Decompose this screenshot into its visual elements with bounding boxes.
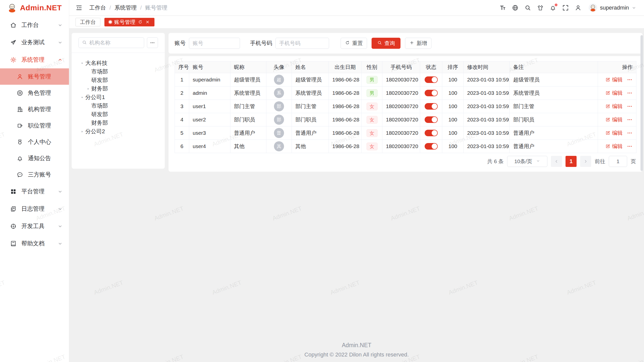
page-1-button[interactable]: 1 <box>566 156 577 167</box>
tab-workbench[interactable]: 工作台 <box>75 18 100 26</box>
tree-node[interactable]: 分公司1 <box>72 93 165 102</box>
table-row: 1superadmin超级管理员超超级管理员1986-06-28男1802003… <box>175 73 636 86</box>
tree-node[interactable]: 大名科技 <box>72 59 165 67</box>
edit-button[interactable]: 编辑 <box>605 89 623 97</box>
sidebar-item-personal-center[interactable]: 个人中心 <box>0 134 69 150</box>
add-button[interactable]: 新增 <box>405 38 431 49</box>
prev-page-button[interactable] <box>551 156 562 167</box>
edit-button[interactable]: 编辑 <box>605 129 623 137</box>
collapse-sidebar-icon[interactable] <box>75 4 83 12</box>
sidebar-item-workbench[interactable]: 工作台 <box>0 16 69 34</box>
theme-icon[interactable] <box>537 4 544 12</box>
tab-account-mgmt[interactable]: 账号管理 <box>104 18 154 26</box>
breadcrumb-item-account-mgmt: 账号管理 <box>145 4 167 12</box>
edit-button[interactable]: 编辑 <box>605 116 623 123</box>
tree-node[interactable]: 财务部 <box>72 84 165 93</box>
row-more-button[interactable] <box>627 77 633 83</box>
search-icon[interactable] <box>524 4 532 12</box>
status-toggle[interactable] <box>425 116 438 123</box>
breadcrumb-item-system-mgmt[interactable]: 系统管理 <box>114 4 137 12</box>
sidebar-item-system-mgmt[interactable]: 系统管理 <box>0 51 69 68</box>
chevron-down-icon <box>57 206 63 212</box>
scrollbar-thumb[interactable] <box>640 35 643 171</box>
refresh-tab-icon[interactable] <box>138 20 143 24</box>
breadcrumb-separator: / <box>140 5 142 11</box>
caret-down-icon[interactable] <box>79 61 85 66</box>
row-more-button[interactable] <box>627 130 633 136</box>
bell-icon <box>16 155 24 162</box>
sidebar-item-help-docs[interactable]: 帮助文档 <box>0 235 69 252</box>
reset-button[interactable]: 重置 <box>341 38 367 49</box>
avatar: 其 <box>274 141 284 151</box>
tree-node[interactable]: 研发部 <box>72 76 165 84</box>
row-more-button[interactable] <box>627 90 633 96</box>
status-toggle[interactable] <box>425 103 438 110</box>
tree-node[interactable]: 市场部 <box>72 67 165 76</box>
close-tab-icon[interactable] <box>145 20 150 24</box>
caret-right-icon[interactable] <box>85 86 91 91</box>
avatar: 普 <box>274 128 284 138</box>
edit-button[interactable]: 编辑 <box>605 143 623 150</box>
account-input[interactable] <box>189 38 240 49</box>
caret-down-icon[interactable] <box>79 95 85 100</box>
status-toggle[interactable] <box>425 143 438 150</box>
sidebar-item-account-mgmt[interactable]: 账号管理 <box>0 68 69 85</box>
cell-index: 1 <box>175 73 189 86</box>
tree-node[interactable]: 市场部 <box>72 102 165 110</box>
breadcrumb-item-workbench[interactable]: 工作台 <box>89 4 106 12</box>
sidebar-item-third-party-account[interactable]: 三方账号 <box>0 166 69 183</box>
breadcrumb: 工作台 / 系统管理 / 账号管理 <box>89 4 167 12</box>
font-size-icon[interactable] <box>499 4 506 12</box>
tree-node[interactable]: 分公司2 <box>72 127 165 136</box>
chevron-down-icon <box>536 158 540 164</box>
edit-button[interactable]: 编辑 <box>605 103 623 110</box>
org-search-input[interactable] <box>89 40 141 46</box>
sidebar-item-log-mgmt[interactable]: 日志管理 <box>0 200 69 217</box>
logo[interactable]: Admin.NET <box>0 0 69 15</box>
user-name: superadmin <box>600 5 629 11</box>
cell-nickname: 普通用户 <box>230 126 266 140</box>
org-more-button[interactable] <box>147 37 158 48</box>
cell-account: superadmin <box>189 73 230 86</box>
tabbar: 工作台 账号管理 <box>69 16 644 28</box>
tree-node[interactable]: 研发部 <box>72 110 165 119</box>
cell-account: user4 <box>189 140 230 153</box>
status-toggle[interactable] <box>425 90 438 96</box>
user-icon[interactable] <box>574 4 582 12</box>
cell-birthdate: 1986-06-28 <box>329 73 362 86</box>
search-button[interactable]: 查询 <box>372 38 400 49</box>
fullscreen-icon[interactable] <box>562 4 569 12</box>
sidebar-item-org-mgmt[interactable]: 机构管理 <box>0 101 69 117</box>
cell-nickname: 系统管理员 <box>230 86 266 100</box>
sidebar-item-business-test[interactable]: 业务测试 <box>0 34 69 51</box>
page-size-select[interactable]: 10条/页 <box>507 156 547 167</box>
status-toggle[interactable] <box>425 130 438 136</box>
cell-sort: 100 <box>442 140 464 153</box>
edit-button[interactable]: 编辑 <box>605 76 623 83</box>
cell-index: 6 <box>175 140 189 153</box>
sidebar-item-platform-mgmt[interactable]: 平台管理 <box>0 183 69 200</box>
status-toggle[interactable] <box>425 76 438 83</box>
sidebar-item-role-mgmt[interactable]: 角色管理 <box>0 85 69 101</box>
cell-name: 普通用户 <box>292 126 329 140</box>
sidebar-item-notice[interactable]: 通知公告 <box>0 150 69 166</box>
tree-node[interactable]: 财务部 <box>72 119 165 127</box>
user-menu[interactable]: superadmin <box>588 3 636 12</box>
column-header: 手机号码 <box>382 61 420 73</box>
table-row: 4user2部门职员部部门职员1986-06-28女18020030720100… <box>175 113 636 126</box>
sidebar-item-post-mgmt[interactable]: 职位管理 <box>0 117 69 134</box>
column-header: 账号 <box>189 61 230 73</box>
content: 大名科技市场部研发部财务部分公司1市场部研发部财务部分公司2 账号 手机号码 重… <box>69 29 644 362</box>
phone-input[interactable] <box>275 38 329 49</box>
next-page-button[interactable] <box>580 156 591 167</box>
language-icon[interactable] <box>511 4 519 12</box>
org-panel: 大名科技市场部研发部财务部分公司1市场部研发部财务部分公司2 <box>72 33 165 169</box>
row-more-button[interactable] <box>627 103 633 109</box>
sidebar-item-dev-tools[interactable]: 开发工具 <box>0 217 69 235</box>
column-header: 性别 <box>362 61 382 73</box>
caret-right-icon[interactable] <box>79 129 85 134</box>
notification-bell-icon[interactable] <box>549 4 557 12</box>
row-more-button[interactable] <box>627 117 633 123</box>
row-more-button[interactable] <box>627 143 633 149</box>
goto-page-input[interactable] <box>609 156 627 167</box>
